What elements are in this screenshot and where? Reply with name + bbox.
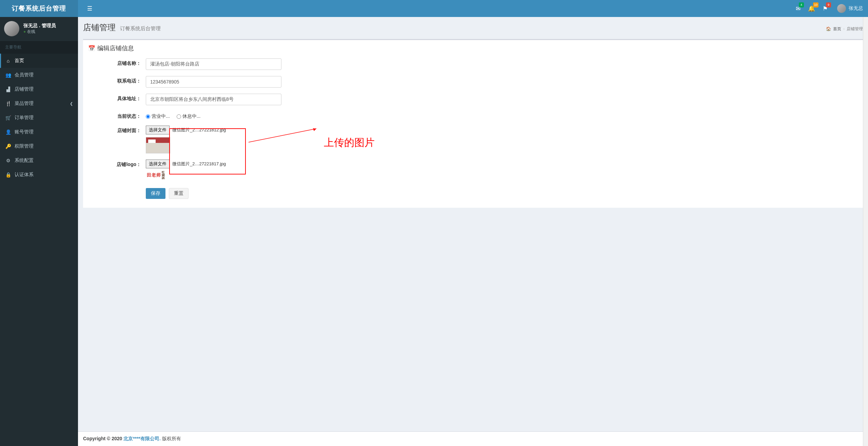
sidebar-item-shops[interactable]: ▟店铺管理 [0, 82, 78, 96]
breadcrumb-current: 店铺管理 [847, 26, 863, 32]
breadcrumb-home-link[interactable]: 首页 [833, 26, 841, 32]
cover-choose-file-button[interactable]: 选择文件 [146, 126, 170, 134]
label-status: 当前状态： [88, 111, 146, 119]
sidebar-item-accounts[interactable]: 👤账号管理 [0, 125, 78, 139]
annotation-arrow-icon [249, 127, 320, 144]
gear-icon: ⚙ [5, 158, 11, 163]
sidebar-user-role: 管理员 [42, 23, 56, 28]
sidebar-item-label: 订单管理 [15, 115, 34, 121]
radio-rest[interactable]: 休息中... [177, 113, 201, 119]
form-box: 📅 编辑店铺信息 店铺名称： 联系电话： 具体地址： 当前状态： [83, 39, 863, 208]
sidebar-section-header: 主要导航 [0, 41, 78, 54]
online-dot-icon: ● [23, 29, 26, 34]
sidebar-user-name: 张无忌 [23, 23, 38, 28]
avatar-icon [4, 21, 19, 36]
breadcrumb: 🏠 首页 › 店铺管理 [826, 26, 863, 32]
cutlery-icon: 🍴 [5, 101, 11, 106]
app-logo[interactable]: 订餐系统后台管理 [0, 0, 78, 17]
user-icon: 👤 [5, 129, 11, 135]
logo-thumbnail: 田老师红烧肉 [146, 171, 166, 179]
key-icon: 🔑 [5, 144, 11, 149]
sidebar-item-home[interactable]: ⌂首页 [0, 54, 78, 68]
content-header: 店铺管理 订餐系统后台管理 🏠 首页 › 店铺管理 [78, 17, 868, 36]
radio-rest-input[interactable] [177, 114, 181, 119]
phone-input[interactable] [146, 76, 281, 88]
hamburger-icon: ☰ [87, 5, 92, 12]
sidebar-item-label: 认证体系 [15, 172, 34, 178]
sidebar-item-label: 权限管理 [15, 143, 34, 149]
dashboard-icon: 🏠 [826, 26, 831, 31]
users-icon: 👥 [5, 72, 11, 78]
chevron-left-icon: ❮ [70, 101, 73, 106]
sidebar-item-label: 账号管理 [15, 129, 34, 135]
sidebar-item-label: 首页 [15, 58, 24, 64]
logo-file-name: 微信图片_2…27221817.jpg [170, 161, 226, 167]
cover-file-name: 微信图片_2…27221812.jpg [170, 127, 226, 133]
sidebar-status-text: 在线 [27, 29, 35, 34]
flags-icon[interactable]: ⚑ 9 [823, 5, 828, 12]
label-shop-name: 店铺名称： [88, 58, 146, 67]
sidebar-item-settings[interactable]: ⚙系统配置 [0, 153, 78, 168]
sitemap-icon: ▟ [5, 87, 11, 92]
box-title: 编辑店铺信息 [97, 44, 134, 52]
svg-line-0 [249, 129, 316, 142]
user-panel: 张无忌 . 管理员 ● 在线 [0, 17, 78, 41]
flags-badge: 9 [826, 2, 831, 7]
logo-choose-file-button[interactable]: 选择文件 [146, 160, 170, 168]
sidebar-item-label: 菜品管理 [15, 100, 34, 107]
sidebar-item-label: 会员管理 [15, 72, 34, 78]
notifications-icon[interactable]: 🔔 10 [808, 5, 815, 12]
cart-icon: 🛒 [5, 115, 11, 120]
sidebar: 张无忌 . 管理员 ● 在线 主要导航 ⌂首页 👥会员管理 ▟店铺管理 🍴菜品管… [0, 0, 78, 446]
user-name-label: 张无忌 [849, 5, 863, 12]
svg-marker-1 [313, 128, 316, 131]
calendar-icon: 📅 [88, 45, 95, 52]
annotation-text: 上传的图片 [324, 136, 375, 150]
sidebar-item-label: 店铺管理 [15, 86, 34, 92]
footer-company-link[interactable]: 北京****有限公司. [123, 436, 161, 441]
footer: Copyright © 2020 北京****有限公司. 版权所有 [78, 431, 868, 446]
page-scrollbar[interactable] [863, 0, 868, 446]
messages-badge: 4 [799, 2, 804, 7]
label-address: 具体地址： [88, 94, 146, 102]
save-button[interactable]: 保存 [146, 188, 165, 199]
lock-icon: 🔒 [5, 172, 11, 178]
sidebar-item-members[interactable]: 👥会员管理 [0, 68, 78, 82]
address-input[interactable] [146, 94, 281, 105]
home-icon: ⌂ [5, 58, 11, 63]
avatar-icon [837, 4, 846, 13]
shop-name-input[interactable] [146, 58, 281, 70]
cover-thumbnail [146, 137, 170, 153]
top-navbar: ☰ ✉ 4 🔔 10 ⚑ 9 张无忌 [78, 0, 868, 17]
label-cover: 店铺封面： [88, 126, 146, 134]
page-title: 店铺管理 订餐系统后台管理 [83, 22, 161, 33]
sidebar-item-auth[interactable]: 🔒认证体系 [0, 168, 78, 182]
sidebar-item-orders[interactable]: 🛒订单管理 [0, 111, 78, 125]
reset-button[interactable]: 重置 [169, 188, 189, 199]
sidebar-toggle-button[interactable]: ☰ [83, 3, 96, 14]
label-phone: 联系电话： [88, 76, 146, 84]
sidebar-item-permissions[interactable]: 🔑权限管理 [0, 139, 78, 153]
radio-open-input[interactable] [146, 114, 150, 119]
notifications-badge: 10 [813, 2, 818, 7]
label-logo: 店铺logo： [88, 160, 146, 168]
radio-open[interactable]: 营业中... [146, 113, 170, 119]
user-menu[interactable]: 张无忌 [837, 4, 863, 13]
sidebar-item-label: 系统配置 [15, 157, 34, 164]
sidebar-item-dishes[interactable]: 🍴菜品管理❮ [0, 96, 78, 111]
page-subtitle: 订餐系统后台管理 [120, 25, 161, 31]
messages-icon[interactable]: ✉ 4 [796, 5, 801, 12]
